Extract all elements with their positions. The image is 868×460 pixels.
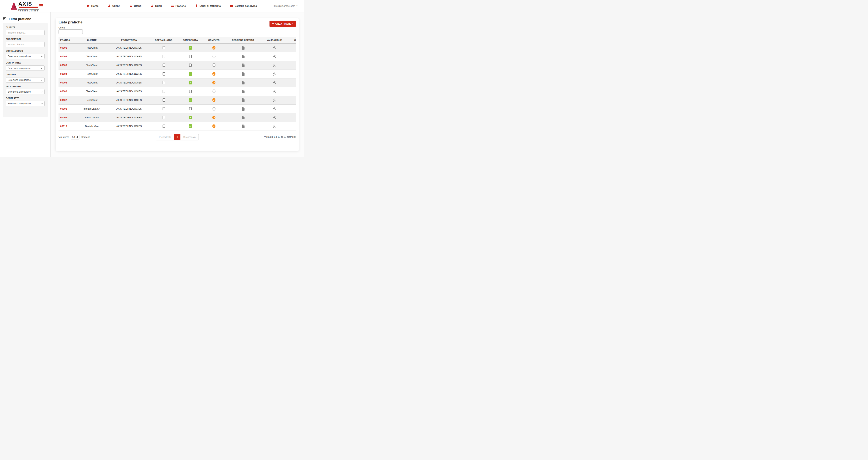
progettista-cell: AXIS TECHNOLOGIES — [106, 96, 152, 104]
filter-icon — [3, 17, 6, 21]
pagination-next-button[interactable]: Successivo — [180, 134, 198, 140]
pratica-link[interactable]: 00002 — [60, 55, 67, 58]
menu-hamburger-icon[interactable] — [39, 4, 43, 7]
gavel-icon[interactable] — [273, 107, 276, 110]
gavel-icon[interactable] — [273, 90, 276, 93]
user-icon — [108, 4, 111, 7]
sopralluogo-checkbox[interactable] — [162, 64, 165, 67]
computo-wrench-icon — [212, 72, 215, 76]
document-icon[interactable] — [242, 81, 245, 85]
filter-label: CREDITO — [6, 73, 44, 76]
document-icon[interactable] — [242, 107, 245, 110]
gavel-icon[interactable] — [273, 46, 276, 50]
pratica-link[interactable]: 00005 — [60, 81, 67, 84]
nav-item-label: Clienti — [113, 4, 120, 7]
nav-item-pratiche[interactable]: Pratiche — [171, 4, 186, 7]
document-icon[interactable] — [242, 64, 245, 67]
filter-group-progettista: PROGETTISTA — [6, 38, 44, 47]
column-header-progettista[interactable]: PROGETTISTA — [106, 37, 152, 43]
cliente-cell: Test Client — [78, 61, 106, 69]
column-header-contratto[interactable]: CONTRATTO — [286, 37, 296, 43]
account-menu[interactable]: info@ciaompe.com ▾ — [274, 0, 298, 12]
filter-group-sopralluogo: SOPRALLUOGOSeleziona un'opzione — [6, 50, 44, 59]
page-size-select[interactable]: 50 — [71, 135, 80, 139]
sopralluogo-checkbox[interactable] — [162, 98, 165, 102]
filter-label: CONTRATTO — [6, 97, 44, 99]
conformita-unchecked-icon — [189, 55, 192, 58]
cliente-cell: Daniela Vale — [78, 122, 106, 131]
conformita-filter-select[interactable]: Seleziona un'opzione — [6, 65, 44, 71]
sopralluogo-checkbox[interactable] — [162, 46, 165, 50]
brand-logo[interactable]: AXIS TECHNOLOGIES — [11, 1, 39, 12]
column-header-validazione[interactable]: VALIDAZIONE — [263, 37, 286, 43]
column-header-pratica[interactable]: PRATICA — [59, 37, 78, 43]
main-content: Lista pratiche + CREA PRATICA Cerca: PRA… — [51, 12, 304, 157]
sopralluogo-checkbox[interactable] — [162, 55, 165, 58]
gavel-icon[interactable] — [273, 125, 276, 128]
nav-item-ruoli[interactable]: Ruoli — [151, 4, 162, 7]
progettista-cell: AXIS TECHNOLOGIES — [106, 61, 152, 69]
sopralluogo-checkbox[interactable] — [162, 72, 165, 75]
gavel-icon[interactable] — [273, 64, 276, 67]
pratica-link[interactable]: 00007 — [60, 99, 67, 101]
cliente-cell: Test Client — [78, 78, 106, 87]
contratto-filter-select[interactable]: Seleziona un'opzione — [6, 101, 44, 106]
cliente-filter-input[interactable] — [6, 30, 44, 35]
pratica-link[interactable]: 00009 — [60, 116, 67, 119]
column-header-cessione-credito[interactable]: CESSIONE CREDITO — [223, 37, 263, 43]
table-row-00004: 00004Test ClientAXIS TECHNOLOGIES — [59, 69, 296, 78]
credito-filter-select[interactable]: Seleziona un'opzione — [6, 77, 44, 83]
gavel-icon[interactable] — [273, 55, 276, 58]
sopralluogo-checkbox[interactable] — [162, 107, 165, 110]
sopralluogo-filter-select[interactable]: Seleziona un'opzione — [6, 54, 44, 59]
pratica-link[interactable]: 00008 — [60, 107, 67, 110]
document-icon[interactable] — [242, 98, 245, 102]
crea-pratica-button[interactable]: + CREA PRATICA — [270, 21, 296, 27]
search-input[interactable] — [59, 29, 83, 34]
document-icon[interactable] — [242, 90, 245, 93]
document-icon[interactable] — [242, 55, 245, 58]
document-icon[interactable] — [242, 116, 245, 119]
validazione-filter-select[interactable]: Seleziona un'opzione — [6, 89, 44, 94]
flask-icon — [195, 4, 198, 7]
column-header-cliente[interactable]: CLIENTE — [78, 37, 106, 43]
pagination-previous-button[interactable]: Precedente — [156, 134, 174, 140]
filter-label: CLIENTE — [6, 26, 44, 29]
logo-rule — [19, 9, 39, 9]
column-header-sopralluogo[interactable]: SOPRALLUOGO — [152, 37, 176, 43]
pratica-link[interactable]: 00001 — [60, 46, 67, 49]
progettista-cell: AXIS TECHNOLOGIES — [106, 69, 152, 78]
document-icon[interactable] — [242, 125, 245, 128]
sopralluogo-checkbox[interactable] — [162, 125, 165, 128]
sopralluogo-checkbox[interactable] — [162, 116, 165, 119]
gavel-icon[interactable] — [273, 98, 276, 102]
computo-empty-icon — [213, 90, 215, 93]
cliente-cell: Alexa Daniel — [78, 113, 106, 122]
nav-item-cartella-condivisa[interactable]: Cartella condivisa — [230, 4, 257, 7]
nav-item-clienti[interactable]: Clienti — [108, 4, 120, 7]
filter-group-cliente: CLIENTE — [6, 26, 44, 35]
computo-wrench-icon — [212, 46, 215, 50]
pratica-link[interactable]: 00004 — [60, 73, 67, 75]
column-header-conformita[interactable]: CONFORMITÀ — [176, 37, 205, 43]
sopralluogo-checkbox[interactable] — [162, 81, 165, 84]
pratica-link[interactable]: 00003 — [60, 64, 67, 67]
progettista-filter-input[interactable] — [6, 42, 44, 47]
nav-item-studi-di-fattibilita[interactable]: Studi di fattibilità — [195, 4, 221, 7]
nav-item-utenti[interactable]: Utenti — [129, 4, 142, 7]
pratica-link[interactable]: 00010 — [60, 125, 67, 128]
gavel-icon[interactable] — [273, 72, 276, 76]
nav-item-home[interactable]: Home — [87, 4, 99, 7]
document-icon[interactable] — [242, 72, 245, 76]
column-header-computo[interactable]: COMPUTO — [205, 37, 223, 43]
pratica-link[interactable]: 00006 — [60, 90, 67, 93]
gavel-icon[interactable] — [273, 116, 276, 119]
progettista-cell: AXIS TECHNOLOGIES — [106, 43, 152, 52]
filter-group-credito: CREDITOSeleziona un'opzione — [6, 73, 44, 83]
brand-name: AXIS — [19, 1, 39, 7]
lista-pratiche-card: Lista pratiche + CREA PRATICA Cerca: PRA… — [56, 19, 299, 151]
pagination-page-1[interactable]: 1 — [174, 134, 180, 140]
gavel-icon[interactable] — [273, 81, 276, 85]
sopralluogo-checkbox[interactable] — [162, 90, 165, 93]
document-icon[interactable] — [242, 46, 245, 50]
